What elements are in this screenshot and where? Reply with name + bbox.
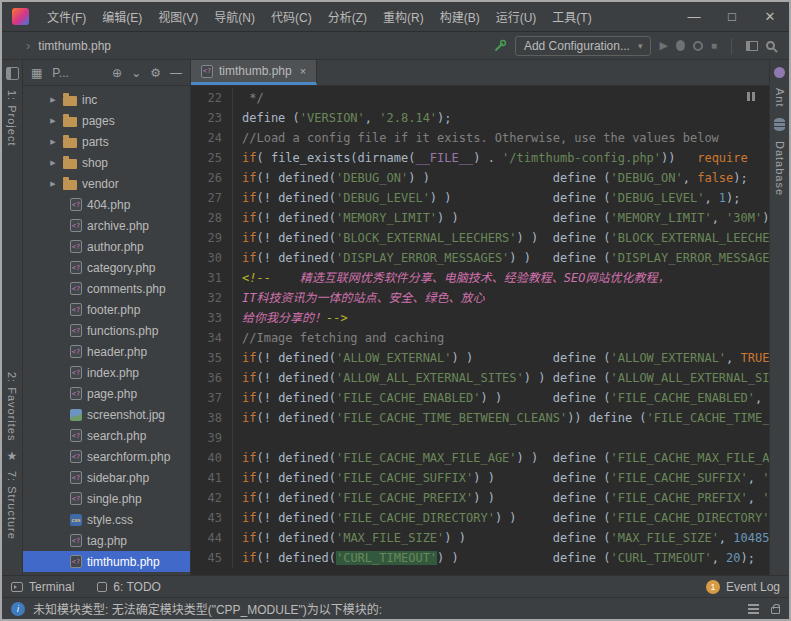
gear-icon[interactable]: ⚙ [150, 66, 161, 80]
code-line-26[interactable]: 26if(! defined('DEBUG_ON') ) define ('DE… [191, 168, 769, 188]
close-button[interactable]: ✕ [751, 2, 789, 31]
tree-file-archive.php[interactable]: archive.php [23, 215, 190, 236]
coverage-button[interactable] [693, 41, 703, 51]
project-tool-icon[interactable] [6, 67, 19, 80]
tree-file-category.php[interactable]: category.php [23, 257, 190, 278]
code-line-43[interactable]: 43if(! defined('FILE_CACHE_DIRECTORY') )… [191, 508, 769, 528]
project-stripe-button[interactable]: 1: Project [6, 90, 18, 146]
code-line-33[interactable]: 33给你我分享的！--> [191, 308, 769, 328]
folder-icon [63, 117, 77, 127]
php-file-icon [70, 471, 82, 484]
tree-file-searchform.php[interactable]: searchform.php [23, 446, 190, 467]
code-line-31[interactable]: 31<!-- 精选互联网优秀软件分享、电脑技术、经验教程、SEO网站优化教程， [191, 268, 769, 288]
code-line-40[interactable]: 40if(! defined('FILE_CACHE_MAX_FILE_AGE'… [191, 448, 769, 468]
code-line-29[interactable]: 29if(! defined('BLOCK_EXTERNAL_LEECHERS'… [191, 228, 769, 248]
code-line-44[interactable]: 44if(! defined('MAX_FILE_SIZE') ) define… [191, 528, 769, 548]
code-line-34[interactable]: 34//Image fetching and caching [191, 328, 769, 348]
tree-file-404.php[interactable]: 404.php [23, 194, 190, 215]
tree-file-comments.php[interactable]: comments.php [23, 278, 190, 299]
search-everywhere-icon[interactable] [766, 41, 775, 50]
tree-file-index.php[interactable]: index.php [23, 362, 190, 383]
tree-folder-vendor[interactable]: ▶vendor [23, 173, 190, 194]
tree-file-functions.php[interactable]: functions.php [23, 320, 190, 341]
menu-item-4[interactable]: 代码(C) [263, 5, 320, 28]
tree-file-style.css[interactable]: style.css [23, 509, 190, 530]
code-line-30[interactable]: 30if(! defined('DISPLAY_ERROR_MESSAGES')… [191, 248, 769, 268]
chevron-right-icon[interactable]: ▶ [48, 117, 58, 125]
database-icon[interactable] [774, 118, 785, 131]
status-message[interactable]: 未知模块类型: 无法确定模块类型("CPP_MODULE")为以下模块的: [33, 600, 382, 617]
menu-item-2[interactable]: 视图(V) [150, 5, 206, 28]
minimize-button[interactable]: — [675, 2, 713, 31]
ant-icon[interactable] [774, 67, 785, 78]
code-line-38[interactable]: 38if(! defined('FILE_CACHE_TIME_BETWEEN_… [191, 408, 769, 428]
tree-file-timthumb.php[interactable]: timthumb.php [23, 551, 190, 572]
tree-folder-shop[interactable]: ▶shop [23, 152, 190, 173]
tree-file-header.php[interactable]: header.php [23, 341, 190, 362]
editor-tab-timthumb[interactable]: timthumb.php × [191, 60, 317, 85]
tree-folder-parts[interactable]: ▶parts [23, 131, 190, 152]
code-line-32[interactable]: 32IT科技资讯为一体的站点、安全、绿色、放心 [191, 288, 769, 308]
project-view-selector[interactable]: P... [52, 66, 68, 80]
chevron-right-icon[interactable]: ▶ [48, 159, 58, 167]
code-line-23[interactable]: 23define ('VERSION', '2.8.14'); [191, 108, 769, 128]
menu-item-1[interactable]: 编辑(E) [94, 5, 150, 28]
menu-item-6[interactable]: 重构(R) [375, 5, 432, 28]
debug-button[interactable] [676, 40, 685, 51]
menu-item-3[interactable]: 导航(N) [206, 5, 263, 28]
tree-file-footer.php[interactable]: footer.php [23, 299, 190, 320]
code-line-27[interactable]: 27if(! defined('DEBUG_LEVEL') ) define (… [191, 188, 769, 208]
chevron-right-icon[interactable]: ▶ [48, 96, 58, 104]
database-stripe-button[interactable]: Database [774, 141, 786, 196]
tree-folder-pages[interactable]: ▶pages [23, 110, 190, 131]
favorites-stripe-button[interactable]: 2: Favorites [6, 372, 18, 441]
tree-file-screenshot.jpg[interactable]: screenshot.jpg [23, 404, 190, 425]
tree-file-author.php[interactable]: author.php [23, 236, 190, 257]
close-tab-icon[interactable]: × [300, 65, 306, 77]
code-line-25[interactable]: 25if( file_exists(dirname(__FILE__) . '/… [191, 148, 769, 168]
run-button[interactable]: ▶ [659, 39, 667, 52]
ant-stripe-button[interactable]: Ant [774, 88, 786, 108]
structure-stripe-button[interactable]: 7: Structure [6, 471, 18, 540]
code-line-28[interactable]: 28if(! defined('MEMORY_LIMIT') ) define … [191, 208, 769, 228]
project-view-icon[interactable]: ▦ [31, 66, 42, 80]
terminal-tab[interactable]: Terminal [11, 580, 74, 594]
code-line-24[interactable]: 24//Load a config file if it exists. Oth… [191, 128, 769, 148]
layers-icon[interactable] [748, 604, 759, 614]
tree-file-sidebar.php[interactable]: sidebar.php [23, 467, 190, 488]
tree-file-search.php[interactable]: search.php [23, 425, 190, 446]
hide-panel-icon[interactable]: — [170, 66, 182, 80]
code-line-42[interactable]: 42if(! defined('FILE_CACHE_PREFIX') ) de… [191, 488, 769, 508]
code-line-22[interactable]: 22 */ [191, 88, 769, 108]
info-icon[interactable]: i [11, 602, 25, 616]
menu-item-7[interactable]: 构建(B) [432, 5, 488, 28]
maximize-button[interactable]: □ [713, 2, 751, 31]
tool-windows-icon[interactable] [746, 41, 758, 51]
lock-icon[interactable] [771, 607, 780, 614]
menu-item-9[interactable]: 工具(T) [544, 5, 599, 28]
code-line-39[interactable]: 39 [191, 428, 769, 448]
code-line-41[interactable]: 41if(! defined('FILE_CACHE_SUFFIX') ) de… [191, 468, 769, 488]
code-line-36[interactable]: 36if(! defined('ALLOW_ALL_EXTERNAL_SITES… [191, 368, 769, 388]
tree-file-page.php[interactable]: page.php [23, 383, 190, 404]
menu-item-5[interactable]: 分析(Z) [320, 5, 375, 28]
code-line-35[interactable]: 35if(! defined('ALLOW_EXTERNAL') ) defin… [191, 348, 769, 368]
chevron-right-icon[interactable]: ▶ [48, 180, 58, 188]
tree-file-single.php[interactable]: single.php [23, 488, 190, 509]
tree-folder-inc[interactable]: ▶inc [23, 89, 190, 110]
todo-tab[interactable]: 6: TODO [97, 580, 161, 594]
code-line-37[interactable]: 37if(! defined('FILE_CACHE_ENABLED') ) d… [191, 388, 769, 408]
chevron-right-icon[interactable]: ▶ [48, 138, 58, 146]
code-editor[interactable]: 22 */23define ('VERSION', '2.8.14');24//… [191, 86, 769, 575]
locate-icon[interactable]: ⊕ [112, 66, 122, 80]
run-configuration-select[interactable]: Add Configuration... ▾ [515, 36, 652, 56]
hammer-icon[interactable] [493, 39, 507, 53]
breadcrumb[interactable]: timthumb.php [38, 39, 111, 53]
tree-file-tag.php[interactable]: tag.php [23, 530, 190, 551]
code-line-45[interactable]: 45if(! defined('CURL_TIMEOUT') ) define … [191, 548, 769, 568]
menu-item-0[interactable]: 文件(F) [39, 5, 94, 28]
collapse-all-icon[interactable]: ⌄ [131, 66, 141, 80]
menu-item-8[interactable]: 运行(U) [488, 5, 545, 28]
stop-button[interactable]: ■ [711, 40, 717, 51]
event-log-tab[interactable]: Event Log [726, 580, 780, 594]
